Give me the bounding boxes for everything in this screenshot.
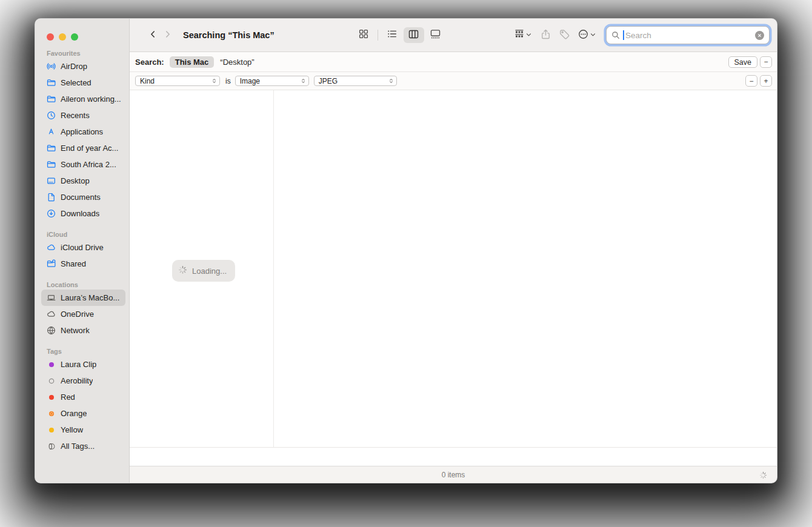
share-button[interactable] xyxy=(541,27,551,43)
dropdown-value: Kind xyxy=(140,77,209,85)
criteria-format-dropdown[interactable]: JPEG xyxy=(314,76,397,86)
view-switcher xyxy=(353,27,446,43)
sidebar-item-label: Aileron working... xyxy=(61,94,121,104)
icon-view-button[interactable] xyxy=(353,27,374,43)
share-icon xyxy=(541,29,551,42)
sidebar-item-laura-clip[interactable]: Laura Clip xyxy=(41,356,125,373)
zoom-window-button[interactable] xyxy=(71,33,78,41)
sidebar-section-title: Tags xyxy=(35,346,129,356)
clear-search-button[interactable] xyxy=(755,31,764,40)
dot-dotted-icon xyxy=(46,408,56,419)
sidebar-item-aerobility[interactable]: Aerobility xyxy=(41,373,125,389)
sidebar-item-onedrive[interactable]: OneDrive xyxy=(41,306,125,322)
sidebar-item-label: End of year Ac... xyxy=(61,144,118,153)
criteria-connector: is xyxy=(225,77,231,85)
column-view-icon xyxy=(408,29,419,42)
sidebar-item-red[interactable]: Red xyxy=(41,389,125,405)
sidebar-item-network[interactable]: Network xyxy=(41,322,125,339)
sidebar-item-yellow[interactable]: Yellow xyxy=(41,422,125,438)
spinner-icon xyxy=(178,265,187,277)
sidebar-item-all-tags[interactable]: All Tags... xyxy=(41,438,125,454)
laptop-icon xyxy=(46,293,56,303)
sidebar-section: TagsLaura ClipAerobilityRedOrangeYellowA… xyxy=(35,346,129,454)
remove-search-bar-button[interactable]: − xyxy=(760,56,772,68)
criteria-attribute-dropdown[interactable]: Kind xyxy=(135,76,220,86)
all-tags-icon xyxy=(46,441,56,451)
sidebar-item-label: OneDrive xyxy=(61,310,94,319)
search-placeholder: Search xyxy=(625,31,755,40)
column-view-content[interactable]: Loading... xyxy=(130,90,777,448)
tag-button[interactable] xyxy=(559,27,570,43)
items-count: 0 items xyxy=(442,471,465,479)
scope-desktop[interactable]: “Desktop” xyxy=(220,58,254,67)
sidebar-item-icloud-drive[interactable]: iCloud Drive xyxy=(41,239,125,256)
list-view-button[interactable] xyxy=(382,27,402,43)
sidebar-item-recents[interactable]: Recents xyxy=(41,107,125,124)
gallery-view-button[interactable] xyxy=(425,27,446,43)
sidebar-item-label: Selected xyxy=(61,78,92,87)
criteria-type-dropdown[interactable]: Image xyxy=(235,76,309,86)
sidebar-item-desktop[interactable]: Desktop xyxy=(41,173,125,189)
horizontal-scrollbar-gutter[interactable] xyxy=(130,448,777,466)
loading-indicator: Loading... xyxy=(172,260,235,282)
remove-criteria-button[interactable]: − xyxy=(745,75,757,87)
sidebar-section: LocationsLaura’s MacBo...OneDriveNetwork xyxy=(35,280,129,339)
scope-this-mac[interactable]: This Mac xyxy=(170,56,215,68)
sidebar-item-label: Documents xyxy=(61,193,101,202)
search-icon xyxy=(611,31,620,39)
sidebar-item-label: Red xyxy=(61,393,75,402)
sidebar-item-downloads[interactable]: Downloads xyxy=(41,205,125,222)
sidebar-item-label: Aerobility xyxy=(61,376,93,385)
sidebar-section-title: iCloud xyxy=(35,230,129,239)
folder-icon xyxy=(46,159,56,170)
chevron-left-icon xyxy=(148,30,158,41)
sidebar-item-label: Yellow xyxy=(61,425,83,434)
sidebar: FavouritesAirDropSelectedAileron working… xyxy=(35,19,130,483)
sidebar-item-shared[interactable]: Shared xyxy=(41,256,125,272)
group-by-control[interactable] xyxy=(514,27,532,43)
close-window-button[interactable] xyxy=(47,33,54,41)
sidebar-item-label: Applications xyxy=(61,127,103,136)
globe-icon xyxy=(46,325,56,336)
save-search-button[interactable]: Save xyxy=(728,56,758,68)
column-view-button[interactable] xyxy=(404,27,424,43)
sidebar-item-label: Laura Clip xyxy=(61,360,96,369)
sidebar-item-orange[interactable]: Orange xyxy=(41,405,125,422)
sidebar-item-end-of-year-ac[interactable]: End of year Ac... xyxy=(41,140,125,156)
grid-view-icon xyxy=(359,29,368,41)
window-title: Searching “This Mac” xyxy=(183,30,275,40)
sidebar-item-south-africa-2[interactable]: South Africa 2... xyxy=(41,156,125,173)
more-actions-control[interactable] xyxy=(578,27,596,43)
desktop-background: FavouritesAirDropSelectedAileron working… xyxy=(0,0,812,527)
document-icon xyxy=(46,192,56,202)
sidebar-item-label: Recents xyxy=(61,111,90,120)
sidebar-item-airdrop[interactable]: AirDrop xyxy=(41,58,125,75)
sidebar-item-label: Downloads xyxy=(61,209,99,218)
dot-icon xyxy=(46,392,56,402)
sidebar-item-aileron-working[interactable]: Aileron working... xyxy=(41,91,125,107)
gallery-view-icon xyxy=(430,29,441,42)
sidebar-item-label: Shared xyxy=(61,259,86,268)
chevron-updown-icon xyxy=(388,78,394,84)
group-icon xyxy=(514,29,524,41)
forward-button[interactable] xyxy=(160,27,175,43)
add-criteria-button[interactable]: + xyxy=(760,75,772,87)
column-divider[interactable] xyxy=(273,90,274,447)
search-criteria-row: Kind is Image JPEG − + xyxy=(130,72,777,90)
sidebar-section: FavouritesAirDropSelectedAileron working… xyxy=(35,48,129,222)
sidebar-item-laura-s-macbo[interactable]: Laura’s MacBo... xyxy=(41,290,125,306)
minimize-window-button[interactable] xyxy=(59,33,66,41)
sidebar-item-applications[interactable]: Applications xyxy=(41,124,125,140)
status-spinner-icon xyxy=(759,471,767,482)
sidebar-item-selected[interactable]: Selected xyxy=(41,75,125,91)
group-button[interactable] xyxy=(514,27,524,43)
more-button[interactable] xyxy=(578,27,588,43)
back-button[interactable] xyxy=(145,27,160,43)
main-area: Searching “This Mac” xyxy=(130,19,777,483)
dropdown-value: JPEG xyxy=(319,77,386,85)
chevron-updown-icon xyxy=(211,78,217,84)
sidebar-item-documents[interactable]: Documents xyxy=(41,189,125,205)
tag-icon xyxy=(559,29,570,42)
search-input[interactable]: Search xyxy=(606,26,770,44)
sidebar-item-label: iCloud Drive xyxy=(61,243,104,252)
